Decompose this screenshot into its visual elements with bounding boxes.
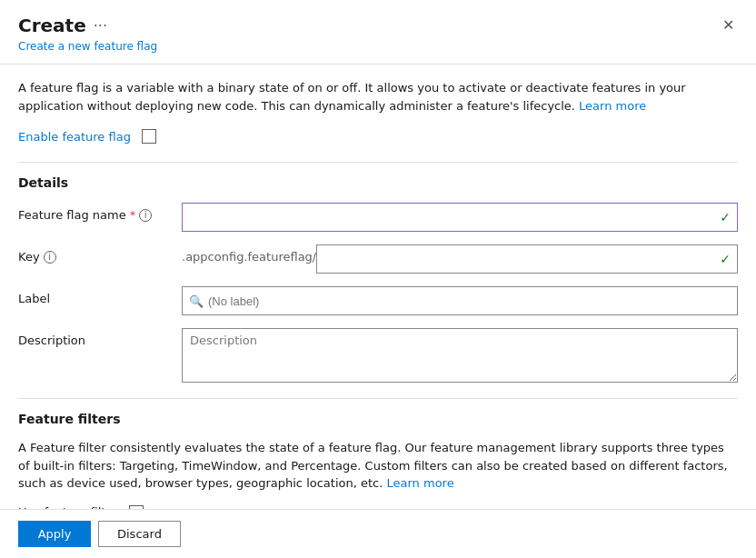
panel-body: A feature flag is a variable with a bina…	[0, 65, 756, 534]
feature-flag-name-input[interactable]: Beta	[182, 203, 738, 232]
enable-checkbox[interactable]	[142, 129, 156, 144]
apply-button[interactable]: Apply	[18, 521, 91, 547]
key-input-wrap: Beta ✓	[316, 244, 738, 274]
search-icon: 🔍	[189, 294, 204, 308]
feature-flag-name-input-wrap: Beta ✓	[182, 203, 738, 232]
more-icon[interactable]: ···	[94, 17, 107, 35]
feature-flag-name-control: Beta ✓	[182, 203, 738, 232]
filters-info-main: A Feature filter consistently evaluates …	[18, 441, 728, 490]
filters-divider	[18, 398, 738, 399]
feature-filters-section: Feature filters A Feature filter consist…	[18, 412, 738, 520]
label-label: Label	[18, 286, 182, 305]
details-heading: Details	[18, 175, 738, 190]
description-row: Description	[18, 328, 738, 385]
filters-info-text: A Feature filter consistently evaluates …	[18, 439, 738, 493]
feature-flag-name-row: Feature flag name * i Beta ✓	[18, 203, 738, 232]
key-label: Key i	[18, 244, 182, 264]
label-input[interactable]	[182, 286, 738, 315]
feature-flag-name-label: Feature flag name * i	[18, 203, 182, 222]
description-control	[182, 328, 738, 385]
feature-filters-heading: Feature filters	[18, 412, 738, 426]
learn-more-link-1[interactable]: Learn more	[579, 99, 646, 113]
discard-button[interactable]: Discard	[98, 521, 181, 547]
learn-more-link-2[interactable]: Learn more	[387, 476, 454, 490]
key-control-wrap: .appconfig.featureflag/ Beta ✓	[182, 244, 738, 274]
details-section: Details Feature flag name * i Beta ✓	[18, 175, 738, 385]
panel-footer: Apply Discard	[0, 509, 756, 558]
required-star: *	[130, 208, 136, 222]
details-divider	[18, 162, 738, 163]
panel-subtitle: Create a new feature flag	[0, 40, 756, 64]
key-check-icon: ✓	[720, 252, 731, 266]
key-prefix: .appconfig.featureflag/	[182, 244, 316, 264]
key-input-container: Beta ✓	[316, 244, 738, 274]
label-control: 🔍	[182, 286, 738, 315]
enable-row: Enable feature flag	[18, 129, 738, 144]
enable-label: Enable feature flag	[18, 130, 131, 144]
feature-flag-name-info-icon[interactable]: i	[139, 209, 152, 222]
close-button[interactable]: ✕	[719, 15, 738, 36]
title-area: Create ···	[18, 15, 107, 36]
key-row: Key i .appconfig.featureflag/ Beta ✓	[18, 244, 738, 274]
panel-header: Create ··· ✕	[0, 0, 756, 40]
create-panel: Create ··· ✕ Create a new feature flag A…	[0, 0, 756, 558]
label-input-wrap: 🔍	[182, 286, 738, 315]
description-textarea[interactable]	[182, 328, 738, 383]
description-label: Description	[18, 328, 182, 347]
panel-title: Create	[18, 15, 86, 36]
feature-flag-name-check-icon: ✓	[720, 210, 731, 224]
key-info-icon[interactable]: i	[44, 251, 56, 264]
label-row: Label 🔍	[18, 286, 738, 315]
info-text: A feature flag is a variable with a bina…	[18, 79, 738, 115]
key-input[interactable]: Beta	[316, 244, 738, 274]
